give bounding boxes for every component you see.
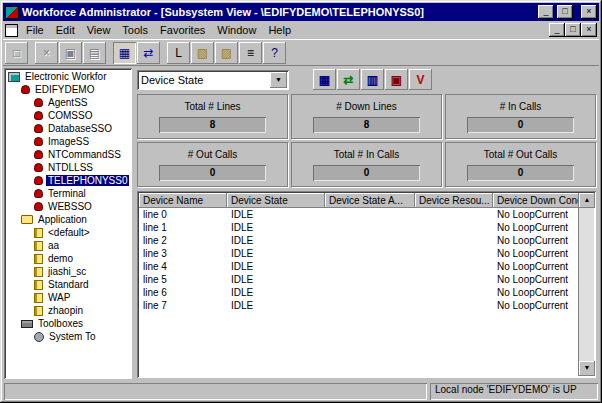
menu-edit[interactable]: Edit — [50, 22, 81, 38]
alarm-button[interactable]: ▣ — [385, 69, 408, 90]
titlebar[interactable]: Workforce Administrator - [Subsystem Vie… — [3, 3, 599, 21]
tree-item-ntcommandss[interactable]: NTCommandSS — [5, 148, 131, 161]
tree-item-imagess[interactable]: ImageSS — [5, 135, 131, 148]
menu-view[interactable]: View — [81, 22, 117, 38]
toolbar-separator — [29, 42, 34, 64]
table-row[interactable]: line 7IDLENo LoopCurrent — [139, 299, 578, 312]
tree-item-databasesso[interactable]: DatabaseSSO — [5, 122, 131, 135]
tree-item-zhaopin[interactable]: zhaopin — [5, 304, 131, 317]
tree-item-default[interactable]: <default> — [5, 226, 131, 239]
statusbar: Local node 'EDIFYDEMO' is UP — [3, 381, 599, 400]
subsystem-view-icon: ▦ — [119, 46, 130, 60]
tree-item-standard[interactable]: Standard — [5, 278, 131, 291]
paste-button[interactable]: ▤ — [83, 42, 106, 64]
new-button[interactable]: □ — [5, 42, 28, 64]
copy-button[interactable]: ▣ — [59, 42, 82, 64]
tree-item-jiashi-sc[interactable]: jiashi_sc — [5, 265, 131, 278]
document-icon[interactable] — [5, 24, 18, 37]
table-cell: IDLE — [227, 260, 325, 273]
stat-box: Total # Out Calls0 — [445, 142, 596, 187]
table-cell — [415, 299, 493, 312]
refresh-icon: ⇄ — [143, 46, 153, 60]
table-row[interactable]: line 2IDLENo LoopCurrent — [139, 234, 578, 247]
table-cell: line 1 — [139, 221, 227, 234]
tree-item-telephonyss0[interactable]: TELEPHONYSS0 — [5, 174, 131, 187]
tree-item-application[interactable]: Application — [5, 213, 131, 226]
menu-help[interactable]: Help — [262, 22, 297, 38]
table-cell: IDLE — [227, 208, 325, 221]
validate-icon: V — [416, 73, 424, 87]
vertical-scrollbar[interactable]: ▲ ▼ — [578, 193, 594, 376]
column-header[interactable]: Device Down Condition — [493, 193, 578, 208]
validate-button[interactable]: V — [409, 69, 432, 90]
bell-icon — [34, 202, 43, 211]
table-row[interactable]: line 0IDLENo LoopCurrent — [139, 208, 578, 221]
tree-item-wap[interactable]: WAP — [5, 291, 131, 304]
table-row[interactable]: line 5IDLENo LoopCurrent — [139, 273, 578, 286]
app-window: Workforce Administrator - [Subsystem Vie… — [0, 0, 602, 403]
chevron-down-icon[interactable]: ▼ — [270, 72, 287, 88]
table-cell: line 3 — [139, 247, 227, 260]
column-header[interactable]: Device Resou... — [415, 193, 493, 208]
tree-item-comsso[interactable]: COMSSO — [5, 109, 131, 122]
applications-folder-icon: ▧ — [197, 46, 208, 60]
stat-value: 0 — [467, 165, 574, 181]
mdi-minimize-button[interactable]: _ — [549, 23, 565, 37]
subsystem-view-button[interactable]: ▦ — [113, 42, 136, 64]
properties-button[interactable]: ≡ — [239, 42, 262, 64]
tree-item-websso[interactable]: WEBSSO — [5, 200, 131, 213]
table-row[interactable]: line 6IDLENo LoopCurrent — [139, 286, 578, 299]
table-row[interactable]: line 4IDLENo LoopCurrent — [139, 260, 578, 273]
menu-tools[interactable]: Tools — [116, 22, 154, 38]
menu-file[interactable]: File — [20, 22, 50, 38]
column-header[interactable]: Device Name — [139, 193, 227, 208]
device-grid-button[interactable]: ▦ — [313, 69, 336, 90]
bell-icon — [34, 137, 43, 146]
refresh-button[interactable]: ⇄ — [137, 42, 160, 64]
table-cell — [325, 247, 415, 260]
tree-item-ntdllss[interactable]: NTDLLSS — [5, 161, 131, 174]
tree-item-system-to[interactable]: System To — [5, 330, 131, 343]
monitor-L-icon: L — [175, 46, 182, 60]
tree-item-label: Standard — [46, 279, 91, 290]
stat-value: 8 — [159, 117, 266, 133]
close-button[interactable]: × — [581, 5, 597, 19]
tree-item-agentss[interactable]: AgentSS — [5, 96, 131, 109]
view-mode-value: Device State — [137, 74, 268, 86]
bell-icon — [34, 189, 43, 198]
table-cell: No LoopCurrent — [493, 260, 578, 273]
stat-value: 0 — [313, 165, 420, 181]
table-cell — [325, 273, 415, 286]
table-cell — [325, 260, 415, 273]
column-header[interactable]: Device State A... — [325, 193, 415, 208]
table-cell — [325, 286, 415, 299]
view-mode-select[interactable]: Device State ▼ — [137, 70, 289, 90]
column-header[interactable]: Device State — [227, 193, 325, 208]
menu-window[interactable]: Window — [211, 22, 262, 38]
statistics-button[interactable]: ▥ — [361, 69, 384, 90]
monitor-button[interactable]: L — [167, 42, 190, 64]
app-icon — [34, 254, 43, 264]
mdi-close-button[interactable]: × — [581, 23, 597, 37]
toolbox-button[interactable]: ▨ — [215, 42, 238, 64]
tree-item-edifydemo[interactable]: EDIFYDEMO — [5, 83, 131, 96]
minimize-button[interactable]: _ — [538, 5, 554, 19]
table-row[interactable]: line 1IDLENo LoopCurrent — [139, 221, 578, 234]
tree-item-label: aa — [46, 240, 61, 251]
applications-button[interactable]: ▧ — [191, 42, 214, 64]
tree-item-demo[interactable]: demo — [5, 252, 131, 265]
help-button[interactable]: ? — [263, 42, 286, 64]
tree-item-electronic-workfor[interactable]: Electronic Workfor — [5, 70, 131, 83]
table-cell: No LoopCurrent — [493, 234, 578, 247]
table-row[interactable]: line 3IDLENo LoopCurrent — [139, 247, 578, 260]
scroll-up-icon[interactable]: ▲ — [579, 193, 595, 208]
menu-favorites[interactable]: Favorites — [154, 22, 211, 38]
cut-button[interactable]: × — [35, 42, 58, 64]
mdi-restore-button[interactable]: □ — [565, 23, 581, 37]
tree-item-toolboxes[interactable]: Toolboxes — [5, 317, 131, 330]
refresh-view-button[interactable]: ⇄ — [337, 69, 360, 90]
tree-item-terminal[interactable]: Terminal — [5, 187, 131, 200]
tree-item-aa[interactable]: aa — [5, 239, 131, 252]
scroll-down-icon[interactable]: ▼ — [579, 361, 595, 376]
maximize-button[interactable]: □ — [557, 5, 573, 19]
